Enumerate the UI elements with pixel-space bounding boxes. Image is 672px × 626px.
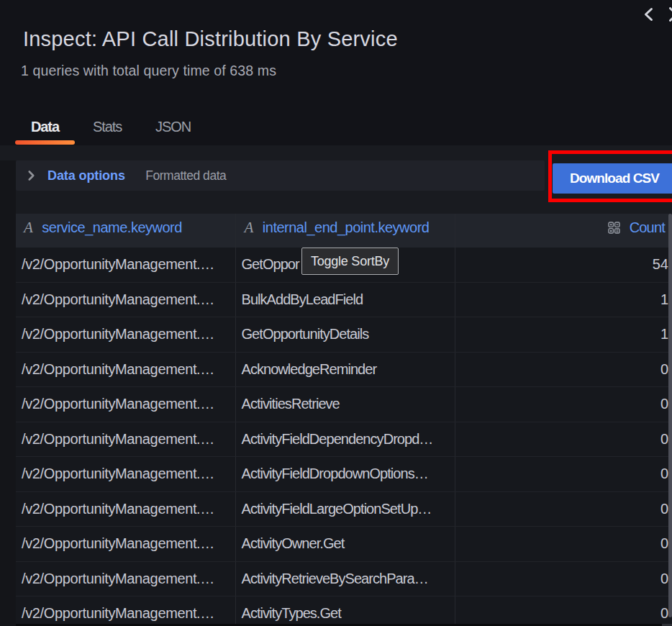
column-header-service-name[interactable]: A service_name.keyword (16, 214, 236, 248)
cell-internal-end-point: BulkAddByLeadField (236, 283, 456, 317)
table-row[interactable]: /v2/OpportunityManagement.… GetOpportuni… (16, 317, 672, 352)
cell-count: 0 (455, 527, 672, 561)
close-icon (669, 7, 672, 22)
cell-service-name: /v2/OpportunityManagement.… (16, 248, 236, 282)
cell-internal-end-point: GetOpportunityDetails (236, 317, 456, 352)
chevron-right-icon (28, 171, 35, 181)
cell-count: 54 (455, 248, 672, 282)
text-field-icon: A (24, 219, 32, 237)
table-row[interactable]: /v2/OpportunityManagement.… ActivityFiel… (16, 422, 672, 457)
cell-count: 0 (455, 562, 672, 596)
cell-internal-end-point: AcknowledgeReminder (236, 353, 456, 387)
table-body: /v2/OpportunityManagement.… GetOppor 54 … (16, 248, 672, 626)
cell-count: 1 (455, 283, 672, 317)
tab-data[interactable]: Data (15, 115, 75, 145)
cell-service-name: /v2/OpportunityManagement.… (16, 596, 236, 626)
page-title: Inspect: API Call Distribution By Servic… (23, 27, 398, 51)
cell-count: 0 (455, 492, 672, 527)
cell-internal-end-point: ActivityTypes.Get (236, 596, 456, 626)
column-header-internal-end-point[interactable]: A internal_end_point.keyword (236, 214, 456, 248)
cell-internal-end-point: ActivityFieldDropdownOptions… (236, 457, 456, 491)
tab-stats[interactable]: Stats (77, 115, 137, 145)
table-row[interactable]: /v2/OpportunityManagement.… ActivityOwne… (16, 526, 672, 561)
column-header-count[interactable]: Count (455, 214, 672, 248)
tab-json[interactable]: JSON (140, 115, 206, 145)
cell-internal-end-point: ActivitiesRetrieve (236, 387, 456, 422)
calculator-icon (608, 222, 620, 234)
table-header-row: A service_name.keyword A internal_end_po… (16, 214, 672, 248)
cell-internal-end-point: ActivityFieldDependencyDropd… (236, 422, 456, 457)
table-row[interactable]: /v2/OpportunityManagement.… AcknowledgeR… (16, 352, 672, 387)
data-options-label[interactable]: Data options (47, 168, 125, 183)
table-row[interactable]: /v2/OpportunityManagement.… ActivityFiel… (16, 456, 672, 491)
cell-count: 0 (455, 387, 672, 422)
cell-internal-end-point: ActivityRetrieveBySearchPara… (236, 562, 456, 596)
cell-service-name: /v2/OpportunityManagement.… (16, 457, 236, 491)
vertical-scrollbar-thumb[interactable] (668, 214, 672, 617)
text-field-icon: A (245, 219, 253, 237)
table-row[interactable]: /v2/OpportunityManagement.… ActivitiesRe… (16, 386, 672, 422)
cell-service-name: /v2/OpportunityManagement.… (16, 492, 236, 527)
table-row[interactable]: /v2/OpportunityManagement.… ActivityRetr… (16, 561, 672, 596)
cell-count: 0 (455, 596, 672, 626)
drawer-left-margin (0, 160, 16, 626)
cell-count: 0 (455, 457, 672, 491)
cell-count: 1 (455, 317, 672, 352)
expand-pane-button[interactable] (643, 7, 653, 22)
inspector-tabs: Data Stats JSON (15, 115, 209, 145)
cell-service-name: /v2/OpportunityManagement.… (16, 387, 236, 422)
angle-left-icon (643, 7, 653, 22)
cell-service-name: /v2/OpportunityManagement.… (16, 562, 236, 596)
cell-internal-end-point: ActivityOwner.Get (236, 527, 456, 561)
cell-internal-end-point: ActivityFieldLargeOptionSetUp… (236, 492, 456, 527)
data-options-bar[interactable]: Data options Formatted data (16, 160, 545, 191)
table-row[interactable]: /v2/OpportunityManagement.… ActivityType… (16, 596, 672, 626)
cell-service-name: /v2/OpportunityManagement.… (16, 422, 236, 457)
cell-count: 0 (455, 422, 672, 457)
download-csv-button[interactable]: Download CSV (553, 163, 672, 194)
cell-service-name: /v2/OpportunityManagement.… (16, 353, 236, 387)
close-drawer-button[interactable] (669, 7, 672, 22)
cell-service-name: /v2/OpportunityManagement.… (16, 317, 236, 352)
cell-service-name: /v2/OpportunityManagement.… (16, 527, 236, 561)
table-row[interactable]: /v2/OpportunityManagement.… ActivityFiel… (16, 491, 672, 527)
table-row[interactable]: /v2/OpportunityManagement.… BulkAddByLea… (16, 282, 672, 317)
page-subtitle: 1 queries with total query time of 638 m… (21, 63, 276, 79)
cell-count: 0 (455, 353, 672, 387)
toggle-sortby-tooltip: Toggle SortBy (301, 248, 399, 275)
cell-service-name: /v2/OpportunityManagement.… (16, 283, 236, 317)
data-options-summary: Formatted data (145, 168, 226, 183)
data-table: A service_name.keyword A internal_end_po… (16, 214, 672, 626)
